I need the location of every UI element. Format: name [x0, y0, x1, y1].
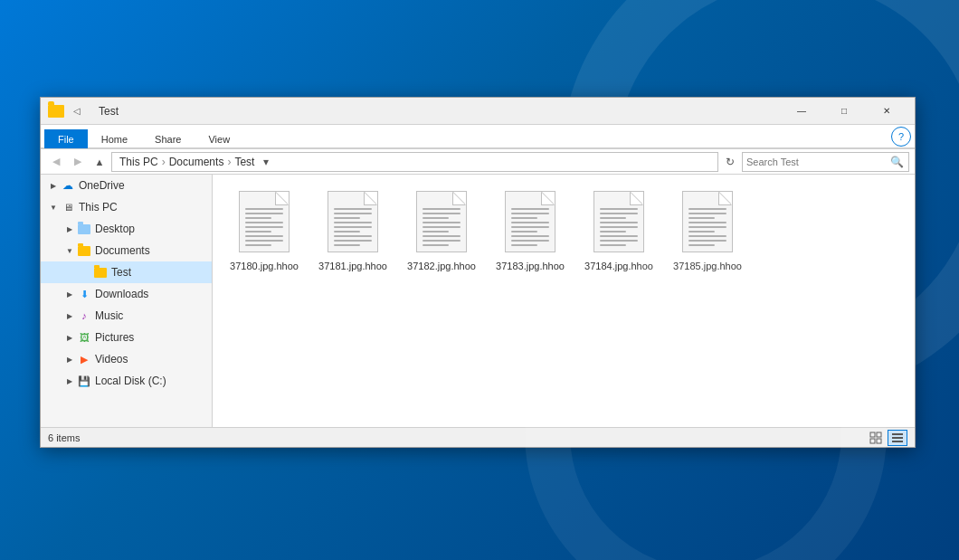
expand-arrow-thispc: ▼: [46, 200, 61, 214]
search-icon[interactable]: 🔍: [888, 154, 905, 170]
documents-folder-icon: [77, 243, 91, 258]
svg-rect-3: [877, 439, 881, 443]
sidebar-item-pictures[interactable]: ▶ 🖼 Pictures: [41, 327, 212, 348]
tab-share[interactable]: Share: [141, 129, 195, 148]
svg-rect-1: [877, 432, 881, 437]
tab-file[interactable]: File: [44, 129, 88, 148]
ribbon-tabs: File Home Share View ?: [41, 125, 915, 148]
expand-arrow-documents: ▼: [62, 243, 77, 258]
file-item[interactable]: 37181.jpg.hhoo: [312, 185, 394, 278]
expand-arrow-pictures: ▶: [62, 330, 77, 345]
address-dropdown[interactable]: ▾: [258, 152, 274, 172]
pc-icon: 🖥: [61, 200, 75, 214]
close-button[interactable]: ✕: [866, 98, 907, 125]
window-title: Test: [99, 105, 781, 118]
tab-view[interactable]: View: [195, 129, 243, 148]
sidebar-item-desktop[interactable]: ▶ Desktop: [41, 218, 212, 240]
file-name: 37181.jpg.hhoo: [318, 260, 387, 272]
up-button[interactable]: ▲: [90, 152, 109, 172]
help-button[interactable]: ?: [891, 127, 911, 147]
file-icon: [235, 191, 293, 256]
file-item[interactable]: 37183.jpg.hhoo: [489, 185, 571, 278]
status-bar: 6 items: [41, 427, 915, 447]
expand-arrow-music: ▶: [62, 308, 77, 323]
sidebar-item-videos[interactable]: ▶ ▶ Videos: [41, 348, 212, 370]
file-icon: [501, 191, 559, 256]
path-thispc[interactable]: This PC: [118, 155, 160, 169]
expand-arrow-videos: ▶: [62, 352, 77, 366]
file-icon: [679, 191, 736, 256]
onedrive-icon: ☁: [61, 178, 75, 193]
file-icon: [590, 191, 648, 256]
file-item[interactable]: 37182.jpg.hhoo: [401, 185, 482, 278]
search-box[interactable]: 🔍: [742, 152, 909, 172]
file-name: 37182.jpg.hhoo: [407, 260, 476, 272]
file-name: 37185.jpg.hhoo: [673, 260, 742, 272]
file-item[interactable]: 37185.jpg.hhoo: [667, 185, 748, 278]
address-path[interactable]: This PC › Documents › Test ▾: [111, 152, 718, 172]
list-view-button[interactable]: [888, 430, 907, 446]
file-name: 37183.jpg.hhoo: [496, 260, 565, 272]
videos-icon: ▶: [77, 352, 91, 366]
search-input[interactable]: [746, 157, 888, 167]
svg-rect-5: [892, 437, 903, 439]
sidebar-item-localdisk[interactable]: ▶ 💾 Local Disk (C:): [41, 370, 212, 392]
maximize-button[interactable]: □: [823, 98, 865, 125]
grid-view-button[interactable]: [866, 430, 886, 446]
disk-icon: 💾: [77, 374, 91, 388]
title-bar: ◁ Test — □ ✕: [41, 98, 915, 125]
view-buttons: [866, 430, 907, 446]
sidebar-item-downloads[interactable]: ▶ ⬇ Downloads: [41, 283, 212, 305]
sidebar-item-documents[interactable]: ▼ Documents: [41, 240, 212, 261]
expand-arrow-test: [79, 265, 93, 280]
main-area: ▶ ☁ OneDrive ▼ 🖥 This PC ▶ Des: [41, 175, 915, 427]
svg-rect-0: [870, 432, 875, 437]
svg-rect-4: [892, 433, 903, 435]
pictures-icon: 🖼: [77, 330, 91, 345]
file-grid: 37180.jpg.hhoo 37181.jpg.hhoo 37182.jpg.…: [213, 175, 915, 427]
file-item[interactable]: 37184.jpg.hhoo: [578, 185, 660, 278]
svg-rect-2: [870, 439, 875, 443]
title-folder-icon: [48, 105, 64, 118]
expand-arrow-onedrive: ▶: [46, 178, 61, 193]
back-button[interactable]: ◀: [46, 152, 66, 172]
svg-rect-6: [892, 441, 903, 442]
sidebar-item-music[interactable]: ▶ ♪ Music: [41, 305, 212, 327]
file-name: 37180.jpg.hhoo: [230, 260, 299, 272]
title-buttons: — □ ✕: [781, 98, 907, 125]
downloads-icon: ⬇: [77, 287, 91, 301]
desktop-folder-icon: [77, 222, 91, 236]
test-folder-icon: [93, 265, 108, 280]
file-icon: [324, 191, 382, 256]
ribbon: File Home Share View ?: [41, 125, 915, 149]
sidebar-item-test[interactable]: Test: [41, 261, 212, 283]
refresh-button[interactable]: ↻: [720, 152, 740, 172]
file-item[interactable]: 37180.jpg.hhoo: [223, 185, 305, 278]
minimize-button[interactable]: —: [781, 98, 822, 125]
title-bar-icons: ◁: [48, 102, 86, 120]
title-back-btn[interactable]: ◁: [68, 102, 86, 120]
sidebar-item-thispc[interactable]: ▼ 🖥 This PC: [41, 196, 212, 218]
music-icon: ♪: [77, 308, 91, 323]
path-documents[interactable]: Documents: [167, 155, 226, 169]
file-name: 37184.jpg.hhoo: [584, 260, 653, 272]
expand-arrow-desktop: ▶: [62, 222, 77, 236]
tab-home[interactable]: Home: [88, 129, 141, 148]
content-area: 37180.jpg.hhoo 37181.jpg.hhoo 37182.jpg.…: [213, 175, 915, 427]
expand-arrow-downloads: ▶: [62, 287, 77, 301]
forward-button[interactable]: ▶: [68, 152, 88, 172]
sidebar: ▶ ☁ OneDrive ▼ 🖥 This PC ▶ Des: [41, 175, 213, 427]
file-icon: [413, 191, 470, 256]
explorer-window: ◁ Test — □ ✕ File Home Share View ? ◀ ▶ …: [40, 97, 916, 448]
item-count: 6 items: [48, 432, 866, 443]
expand-arrow-localdisk: ▶: [62, 374, 77, 388]
address-bar: ◀ ▶ ▲ This PC › Documents › Test ▾ ↻ 🔍: [41, 149, 915, 175]
sidebar-item-onedrive[interactable]: ▶ ☁ OneDrive: [41, 175, 212, 196]
path-test[interactable]: Test: [233, 155, 256, 169]
